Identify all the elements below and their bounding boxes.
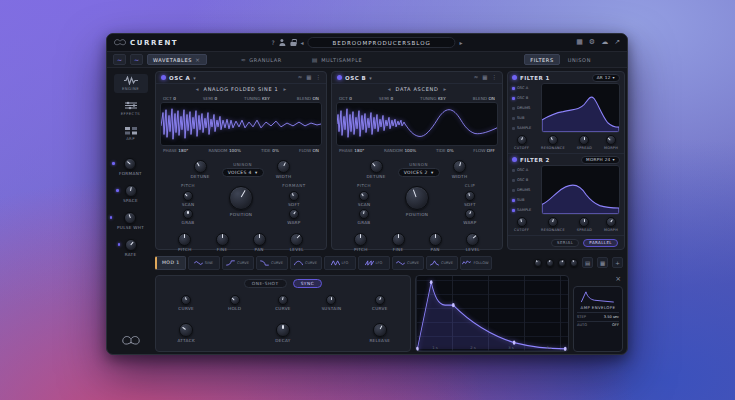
chevron-down-icon[interactable]: ▾ (369, 75, 372, 81)
preset-next-button[interactable]: ▸ (460, 39, 463, 46)
param-random[interactable]: RANDOM100% (209, 148, 241, 153)
prev-wavetable-button[interactable]: ◂ (388, 86, 391, 92)
route-sample[interactable]: SAMPLE (512, 208, 538, 212)
param-semi[interactable]: SEMI0 (203, 96, 217, 101)
mod-tab-6[interactable]: LFO (358, 256, 390, 270)
next-wavetable-button[interactable]: ▸ (283, 86, 286, 92)
morph-knob[interactable] (606, 217, 616, 227)
level-knob[interactable] (290, 233, 303, 246)
param-phase[interactable]: PHASE180° (339, 148, 364, 153)
pitch-knob[interactable] (178, 233, 191, 246)
tab-granular[interactable]: ≈ GRANULAR (237, 56, 286, 63)
grid-icon[interactable]: ▦ (597, 257, 608, 268)
pan-knob[interactable] (253, 233, 266, 246)
sustain-knob[interactable] (326, 295, 336, 305)
filter-type-selector[interactable]: AR 12 ▾ (592, 74, 620, 82)
mod-amount-knob[interactable] (546, 259, 554, 267)
morph-knob[interactable] (606, 135, 616, 145)
mod-tab-2[interactable]: CURVE (222, 256, 254, 270)
formant-knob[interactable] (124, 158, 136, 170)
warp-knob[interactable] (465, 209, 475, 219)
mod-amount-knob[interactable] (558, 259, 566, 267)
sidebar-item-effects[interactable]: EFFECTS (114, 99, 148, 118)
menu-icon[interactable]: ⋮ (492, 75, 498, 81)
route-sub[interactable]: SUB (512, 116, 538, 120)
spread-knob[interactable] (579, 135, 589, 145)
spread-knob[interactable] (579, 217, 589, 227)
parallel-routing-button[interactable]: PARALLEL (583, 239, 618, 247)
route-osc-b[interactable]: OSC B (512, 178, 538, 182)
osc-a-mini-tab[interactable]: ~ (113, 54, 126, 65)
envelope-display[interactable]: 1 s 2 s 3 s 4 s (415, 275, 569, 352)
sync-toggle[interactable]: SYNC (293, 279, 323, 288)
chevron-down-icon[interactable]: ▾ (193, 75, 196, 81)
next-wavetable-button[interactable]: ▸ (444, 86, 447, 92)
route-osc-b[interactable]: OSC B (512, 96, 538, 100)
param-blend[interactable]: BLENDON (473, 96, 495, 101)
filter-1-curve-display[interactable] (541, 83, 620, 133)
keyboard-icon[interactable]: ▤ (582, 257, 593, 268)
mod-tab-7[interactable]: CURVE (392, 256, 424, 270)
tab-filters[interactable]: FILTERS (524, 54, 560, 65)
sidebar-item-engine[interactable]: ENGINE (114, 74, 148, 93)
warp-knob[interactable] (289, 209, 299, 219)
scan-knob[interactable] (183, 191, 193, 201)
add-icon[interactable]: + (612, 257, 623, 268)
cloud-icon[interactable]: ☁ (601, 39, 608, 46)
mod-active-tab[interactable]: MOD 1 (155, 256, 186, 270)
route-osc-a[interactable]: OSC A (512, 86, 538, 90)
mod-tab-8[interactable]: CURVE (426, 256, 458, 270)
power-toggle[interactable] (512, 75, 517, 80)
param-oct[interactable]: OCT0 (163, 96, 176, 101)
amp-envelope-card[interactable]: AMP ENVELOPE STEP 3.50 sec AUTO OFF (573, 286, 623, 352)
position-knob[interactable] (229, 186, 253, 210)
close-icon[interactable]: × (613, 275, 623, 284)
close-icon[interactable]: × (195, 56, 201, 63)
scan-knob[interactable] (359, 191, 369, 201)
osc-a-waveform-display[interactable] (160, 102, 322, 146)
detune-knob[interactable] (370, 160, 383, 173)
resonance-knob[interactable] (548, 217, 558, 227)
power-toggle[interactable] (161, 75, 166, 80)
soft-knob[interactable] (465, 191, 475, 201)
cutoff-knob[interactable] (517, 217, 527, 227)
param-blend[interactable]: BLENDON (297, 96, 319, 101)
lock-icon[interactable] (290, 39, 297, 46)
mod-tab-9[interactable]: FOLLOW (460, 256, 492, 270)
param-tide[interactable]: TIDE0% (261, 148, 279, 153)
param-tide[interactable]: TIDE0% (436, 148, 454, 153)
help-icon[interactable]: ? (271, 39, 274, 46)
expand-icon[interactable]: ↗ (614, 39, 620, 46)
decay-knob[interactable] (276, 323, 290, 337)
param-flow[interactable]: FLOWON (299, 148, 319, 153)
curve-knob[interactable] (181, 295, 191, 305)
apps-grid-icon[interactable]: ▦ (576, 39, 583, 46)
curve-knob[interactable] (278, 295, 288, 305)
wavetable-name[interactable]: ANALOG FOLDED SINE 1 (204, 86, 279, 92)
pan-knob[interactable] (429, 233, 442, 246)
hold-knob[interactable] (230, 295, 240, 305)
tab-multisample[interactable]: ▤ MULTISAMPLE (308, 56, 366, 63)
preset-prev-button[interactable]: ◂ (301, 39, 304, 46)
menu-icon[interactable]: ⋮ (316, 75, 322, 81)
tab-unison[interactable]: UNISON (564, 57, 595, 63)
resonance-knob[interactable] (548, 135, 558, 145)
sidebar-item-arp[interactable]: ARP (114, 124, 148, 143)
fine-knob[interactable] (392, 233, 405, 246)
rate-knob[interactable] (125, 239, 137, 251)
filter-2-curve-display[interactable] (541, 165, 620, 215)
grab-knob[interactable] (359, 209, 369, 219)
prev-wavetable-button[interactable]: ◂ (196, 86, 199, 92)
param-random[interactable]: RANDOM100% (384, 148, 416, 153)
route-osc-a[interactable]: OSC A (512, 168, 538, 172)
width-knob[interactable] (277, 160, 290, 173)
pitch-knob[interactable] (354, 233, 367, 246)
wave-icon[interactable]: ≈ (474, 75, 479, 81)
power-toggle[interactable] (512, 157, 517, 162)
gear-icon[interactable]: ⚙ (589, 39, 595, 46)
voices-selector[interactable]: VOICES 4 ▾ (222, 168, 264, 177)
route-sample[interactable]: SAMPLE (512, 126, 538, 130)
grid-icon[interactable]: ▦ (306, 75, 311, 81)
filter-type-selector[interactable]: MORPH 24 ▾ (581, 156, 620, 164)
user-icon[interactable] (279, 39, 286, 46)
